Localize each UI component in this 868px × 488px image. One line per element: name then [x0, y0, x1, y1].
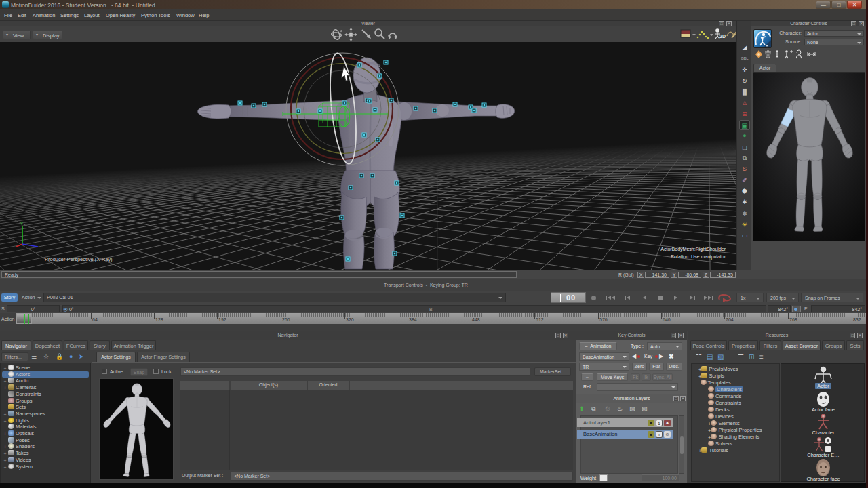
svg-text:Y: Y [20, 222, 23, 226]
svg-text:2D: 2D [719, 34, 726, 39]
